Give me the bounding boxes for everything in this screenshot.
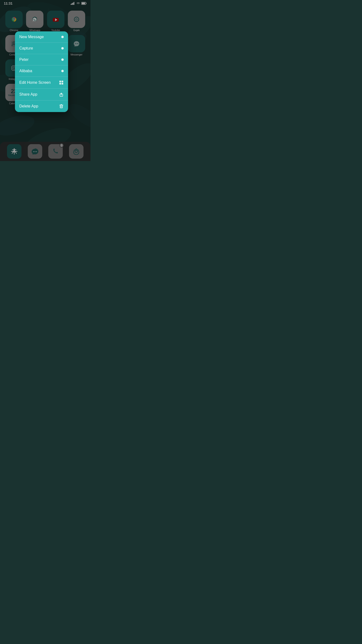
svg-rect-45 <box>61 83 63 84</box>
menu-label-share-app: Share App <box>19 92 37 96</box>
svg-rect-48 <box>60 105 62 108</box>
menu-icon-peter <box>61 58 64 61</box>
menu-item-new-message[interactable]: New Message <box>15 32 68 43</box>
menu-icon-share-app <box>59 92 64 97</box>
menu-label-delete-app: Delete App <box>19 104 38 108</box>
menu-item-delete-app[interactable]: Delete App <box>15 100 68 112</box>
menu-icon-capture <box>61 47 64 50</box>
menu-icon-delete-app <box>59 104 64 109</box>
menu-item-share-app[interactable]: Share App <box>15 88 68 100</box>
menu-item-capture[interactable]: Capture <box>15 43 68 54</box>
menu-item-edit-home-screen[interactable]: Edit Home Screen <box>15 77 68 88</box>
context-menu: New Message Capture Peter Alibaba Edit H… <box>15 32 68 112</box>
menu-label-peter: Peter <box>19 58 28 62</box>
menu-item-peter[interactable]: Peter <box>15 54 68 66</box>
menu-label-new-message: New Message <box>19 35 44 39</box>
menu-icon-new-message <box>61 36 64 38</box>
menu-label-alibaba: Alibaba <box>19 69 32 73</box>
svg-rect-42 <box>59 81 61 82</box>
menu-icon-edit-home-screen <box>59 80 64 85</box>
svg-rect-44 <box>59 83 61 84</box>
menu-label-edit-home-screen: Edit Home Screen <box>19 80 51 85</box>
menu-item-alibaba[interactable]: Alibaba <box>15 66 68 77</box>
menu-icon-alibaba <box>61 70 64 72</box>
svg-rect-43 <box>61 81 63 82</box>
menu-label-capture: Capture <box>19 46 33 50</box>
